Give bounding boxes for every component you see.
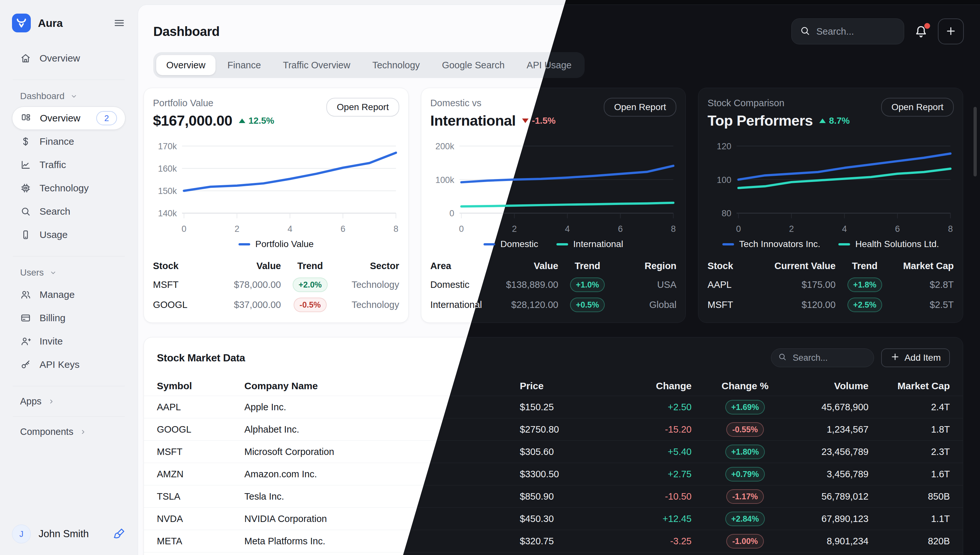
- column-header: Value: [489, 257, 558, 274]
- svg-text:0: 0: [736, 224, 741, 234]
- change-pct-pill: +1.80%: [725, 444, 765, 459]
- device-icon: [20, 229, 31, 240]
- svg-text:2: 2: [512, 224, 517, 234]
- legend-swatch: [557, 243, 568, 245]
- column-header: Trend: [281, 257, 339, 274]
- cell-market-cap: 820B: [928, 536, 950, 547]
- trend-pill: +1.8%: [848, 278, 882, 292]
- svg-text:4: 4: [565, 224, 570, 234]
- notifications-bell-icon[interactable]: [914, 24, 928, 38]
- plus-icon: [890, 352, 900, 364]
- search-icon: [20, 206, 31, 217]
- menu-toggle-icon[interactable]: [113, 17, 126, 29]
- cell-price: $2750.80: [520, 424, 598, 435]
- cell-volume: 8,901,234: [827, 536, 869, 547]
- cell-value: $37,000.00: [211, 295, 281, 315]
- avatar: J: [12, 525, 31, 543]
- sidebar-item-usage[interactable]: Usage: [12, 223, 126, 246]
- sidebar-item-overview-home[interactable]: Overview: [12, 47, 126, 70]
- sidebar-item-search[interactable]: Search: [12, 200, 126, 223]
- svg-text:170k: 170k: [158, 141, 177, 151]
- sidebar-item-label: Billing: [40, 313, 66, 324]
- sidebar-item-invite[interactable]: Invite: [12, 330, 126, 353]
- svg-text:0: 0: [182, 224, 186, 234]
- cell-region: Global: [617, 295, 677, 315]
- sidebar-item-overview[interactable]: Overview 2: [12, 106, 126, 130]
- open-report-button[interactable]: Open Report: [604, 98, 676, 117]
- page-title: Dashboard: [153, 24, 219, 39]
- cell-stock: GOOGL: [153, 295, 211, 315]
- sidebar-section-dashboard[interactable]: Dashboard: [20, 91, 126, 101]
- svg-text:100: 100: [717, 175, 731, 185]
- cell-price: $850.90: [520, 491, 598, 502]
- credit-card-icon: [20, 313, 31, 324]
- chart-legend: Tech Innovators Inc.Health Solutions Ltd…: [708, 239, 954, 249]
- column-header[interactable]: Price: [520, 380, 598, 391]
- scrollbar-thumb[interactable]: [974, 107, 977, 176]
- add-item-button[interactable]: Add Item: [881, 348, 950, 367]
- column-header[interactable]: Market Cap: [897, 380, 950, 391]
- paintbrush-icon[interactable]: [113, 528, 126, 541]
- sidebar-item-label: Invite: [40, 336, 63, 347]
- key-icon: [20, 359, 31, 370]
- tab-finance[interactable]: Finance: [217, 55, 271, 75]
- sidebar-item-finance[interactable]: Finance: [12, 130, 126, 153]
- legend-swatch: [238, 243, 250, 245]
- change-pct-pill: -1.17%: [726, 489, 764, 504]
- card-mini-table: Stock Current Value Trend Market Cap AAP…: [708, 257, 954, 315]
- global-search-input[interactable]: [816, 26, 896, 37]
- user-profile[interactable]: J John Smith: [12, 525, 126, 543]
- sidebar-item-label: Usage: [40, 229, 68, 240]
- cell-price: $320.75: [520, 536, 598, 547]
- sidebar-item-label: Overview: [40, 53, 80, 64]
- sidebar-section-users[interactable]: Users: [20, 268, 126, 278]
- tab-traffic-overview[interactable]: Traffic Overview: [273, 55, 360, 75]
- card-subtitle: Portfolio Value: [153, 98, 274, 109]
- sidebar-divider: [13, 256, 125, 257]
- sidebar-item-technology[interactable]: Technology: [12, 176, 126, 200]
- sidebar-item-manage[interactable]: Manage: [12, 283, 126, 306]
- add-new-button[interactable]: [938, 18, 964, 44]
- cell-region: USA: [617, 274, 677, 295]
- chevron-right-icon: [79, 428, 87, 436]
- sidebar: Aura Overview Dashboard Overview 2: [0, 0, 138, 555]
- stock-comparison-chart: 1201008002468: [708, 139, 954, 238]
- column-header[interactable]: Change: [656, 380, 692, 391]
- cell-value: $78,000.00: [211, 274, 281, 295]
- svg-text:0: 0: [459, 224, 464, 234]
- topbar-actions: [792, 18, 964, 44]
- column-header: Current Value: [766, 257, 835, 274]
- sidebar-item-api-keys[interactable]: API Keys: [12, 353, 126, 376]
- user-name: John Smith: [39, 528, 105, 540]
- table-search[interactable]: [771, 348, 874, 367]
- search-icon: [778, 352, 787, 364]
- tab-technology[interactable]: Technology: [362, 55, 430, 75]
- column-header[interactable]: Symbol: [157, 380, 245, 391]
- sidebar-divider: [13, 80, 125, 80]
- tab-overview[interactable]: Overview: [156, 55, 216, 75]
- card-subtitle: Stock Comparison: [708, 98, 850, 109]
- cell-area: Domestic: [430, 274, 489, 295]
- sidebar-item-billing[interactable]: Billing: [12, 306, 126, 330]
- delta-badge: 8.7%: [819, 115, 850, 126]
- open-report-button[interactable]: Open Report: [326, 98, 399, 117]
- sidebar-item-traffic[interactable]: Traffic: [12, 153, 126, 176]
- cell-volume: 23,456,789: [822, 446, 869, 457]
- tab-google-search[interactable]: Google Search: [432, 55, 515, 75]
- cell-change-pct: +1.69%: [725, 400, 765, 414]
- sidebar-item-label: Manage: [40, 289, 74, 300]
- cell-change: -15.20: [665, 424, 692, 435]
- sidebar-link-components[interactable]: Components: [20, 427, 126, 437]
- svg-text:100k: 100k: [435, 175, 454, 185]
- sidebar-header: Aura: [12, 14, 126, 32]
- global-search[interactable]: [792, 18, 904, 44]
- cell-symbol: TSLA: [157, 491, 245, 502]
- open-report-button[interactable]: Open Report: [881, 98, 954, 117]
- column-header[interactable]: Change %: [721, 380, 768, 391]
- grid-icon: [21, 113, 31, 124]
- notification-dot: [924, 23, 930, 29]
- home-icon: [20, 53, 31, 64]
- column-header[interactable]: Volume: [834, 380, 869, 391]
- table-search-input[interactable]: [792, 353, 867, 363]
- sidebar-link-apps[interactable]: Apps: [20, 396, 126, 407]
